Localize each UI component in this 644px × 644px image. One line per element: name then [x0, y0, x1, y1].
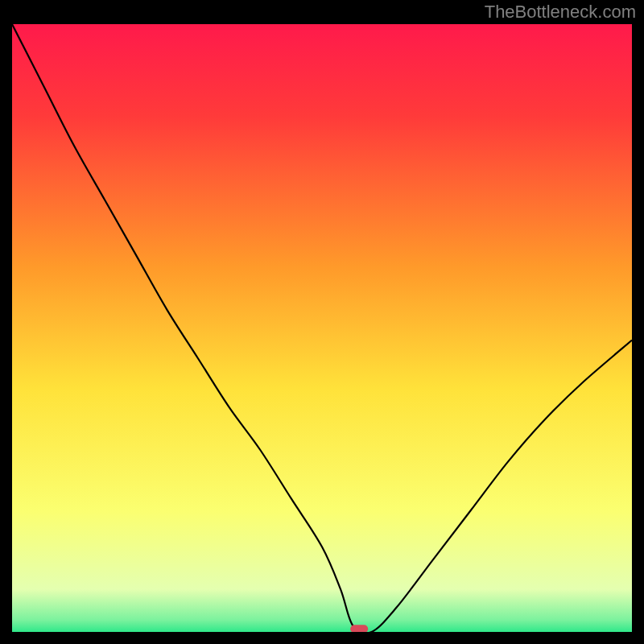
- plot-area: [12, 24, 632, 632]
- chart-svg: [12, 24, 632, 632]
- watermark-text: TheBottleneck.com: [485, 2, 636, 23]
- gradient-background: [12, 24, 632, 632]
- chart-container: TheBottleneck.com: [0, 0, 644, 644]
- optimal-marker: [350, 625, 368, 632]
